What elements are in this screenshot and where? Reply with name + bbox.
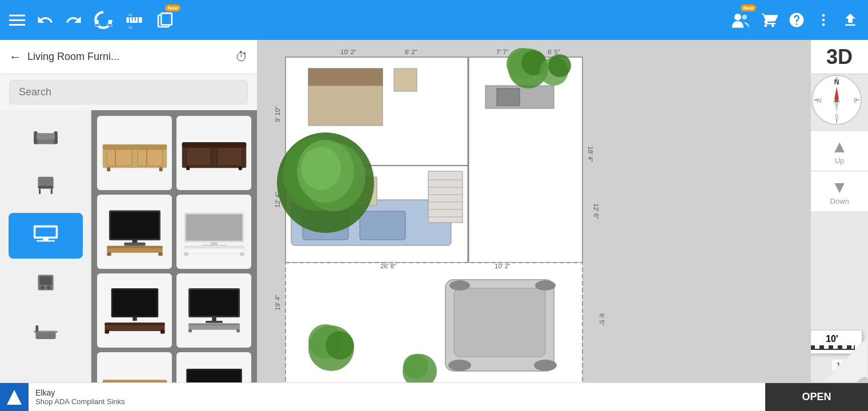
svg-rect-26 [50, 188, 52, 194]
svg-point-121 [449, 280, 470, 291]
item-card-3[interactable] [97, 195, 172, 269]
item-card-6[interactable] [176, 273, 251, 348]
svg-rect-40 [138, 150, 163, 166]
svg-point-127 [548, 54, 571, 77]
svg-rect-1 [9, 19, 25, 21]
panel-title: Living Room Furni... [27, 51, 230, 63]
users-new-badge: New [741, 5, 756, 11]
svg-rect-68 [112, 290, 156, 316]
left-panel: ← Living Room Furni... ⏱ [0, 40, 257, 411]
appliance-icon [34, 271, 57, 298]
svg-rect-36 [35, 325, 38, 332]
svg-point-130 [326, 331, 354, 360]
svg-rect-23 [38, 176, 53, 187]
svg-rect-71 [105, 323, 164, 325]
history-button[interactable]: ⏱ [235, 50, 248, 65]
svg-rect-28 [35, 227, 55, 236]
svg-rect-60 [186, 214, 242, 241]
help-icon[interactable] [788, 11, 805, 29]
upload-icon[interactable] [842, 11, 859, 29]
svg-text:10: 10 [128, 26, 132, 29]
svg-text:10: 10 [128, 13, 132, 17]
ad-brand: Elkay [35, 388, 758, 397]
svg-rect-58 [158, 252, 163, 256]
duplicate-new-wrap: New [155, 10, 175, 30]
svg-text:E: E [854, 98, 858, 104]
svg-text:26' 8": 26' 8" [380, 263, 396, 269]
item-card-2[interactable] [176, 116, 251, 190]
item-card-5[interactable] [97, 273, 172, 348]
svg-point-17 [822, 19, 825, 22]
cat-tv-stand[interactable] [9, 213, 83, 259]
new-badge: New [165, 5, 180, 11]
category-sidebar [0, 110, 91, 411]
compass: N S E W [811, 74, 862, 126]
svg-rect-52 [111, 212, 159, 239]
svg-rect-73 [160, 330, 165, 334]
btn-3d[interactable]: 3D [811, 40, 868, 74]
more-icon[interactable] [815, 12, 831, 28]
measure-icon[interactable]: 10 10 [124, 10, 144, 30]
back-button[interactable]: ← [9, 50, 22, 65]
menu-icon[interactable] [9, 12, 25, 28]
cat-bath[interactable] [9, 310, 83, 356]
svg-rect-77 [206, 321, 223, 323]
svg-rect-38 [102, 144, 167, 150]
svg-text:6' 5": 6' 5" [598, 313, 605, 325]
item-card-4[interactable] [176, 195, 251, 269]
sofa-icon [32, 127, 59, 151]
svg-rect-72 [105, 330, 109, 334]
canvas-tree-decoration [274, 126, 377, 234]
svg-point-18 [822, 23, 825, 26]
ad-banner: Elkay Shop ADA Compliant Sinks OPEN [0, 382, 868, 411]
main-canvas[interactable]: 10' 2" 6' 2" 7' 7" 6' 5" 9' 10" 12' 4" 1… [257, 40, 811, 411]
svg-rect-25 [39, 188, 41, 194]
toolbar: 10 10 New New [0, 0, 868, 40]
svg-rect-75 [190, 290, 238, 316]
svg-point-33 [41, 285, 44, 289]
svg-rect-30 [37, 240, 55, 241]
svg-rect-103 [394, 68, 417, 91]
magnet-icon[interactable] [94, 10, 113, 30]
undo-button[interactable] [37, 11, 54, 29]
cat-sofa[interactable] [9, 116, 83, 162]
nav-down-button[interactable]: ▼ Down [811, 171, 868, 211]
svg-text:19' 4": 19' 4" [274, 295, 281, 311]
svg-rect-3 [95, 24, 100, 26]
svg-rect-22 [37, 133, 55, 139]
down-label: Down [830, 197, 849, 206]
cart-icon[interactable] [761, 11, 778, 29]
svg-rect-50 [238, 167, 242, 170]
svg-text:18' 4": 18' 4" [587, 146, 594, 162]
svg-rect-57 [107, 252, 111, 256]
cat-chair[interactable] [9, 164, 83, 210]
svg-rect-56 [107, 246, 163, 249]
svg-rect-47 [186, 147, 211, 166]
ad-text: Elkay Shop ADA Compliant Sinks [29, 388, 765, 406]
up-arrow-icon: ▲ [831, 137, 848, 156]
ad-open-button[interactable]: OPEN [765, 383, 868, 412]
duplicate-icon[interactable] [155, 10, 175, 30]
down-arrow-icon: ▼ [831, 178, 848, 197]
svg-rect-32 [39, 276, 51, 284]
chair-icon [34, 174, 57, 201]
svg-rect-118 [454, 288, 545, 357]
svg-point-14 [734, 14, 741, 21]
svg-rect-102 [308, 68, 383, 86]
users-icon[interactable] [731, 10, 750, 30]
search-input[interactable] [9, 80, 248, 104]
svg-rect-43 [107, 167, 110, 172]
items-grid [91, 110, 257, 411]
redo-button[interactable] [65, 11, 82, 29]
svg-text:10' 2": 10' 2" [495, 263, 511, 269]
cat-appliance[interactable] [9, 261, 83, 307]
ad-subtitle: Shop ADA Compliant Sinks [35, 397, 758, 406]
panel-header: ← Living Room Furni... ⏱ [0, 40, 257, 74]
svg-text:W: W [816, 98, 822, 104]
svg-point-119 [448, 360, 471, 371]
nav-up-button[interactable]: ▲ Up [811, 131, 868, 171]
item-card-1[interactable] [97, 116, 172, 190]
svg-text:10' 2": 10' 2" [340, 49, 356, 55]
svg-rect-42 [146, 150, 147, 166]
svg-point-132 [403, 354, 428, 379]
